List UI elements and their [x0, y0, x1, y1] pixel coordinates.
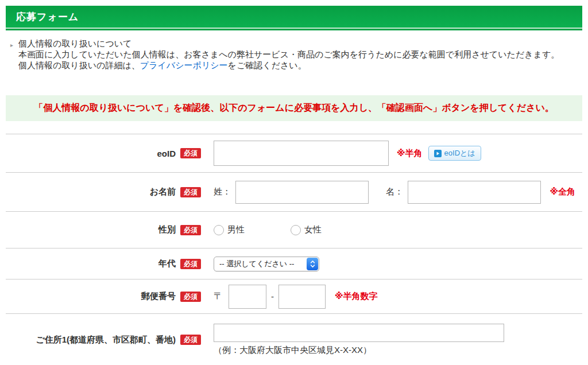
privacy-section: ▸ 個人情報の取り扱いについて 本画面に入力していただいた個人情報は、お客さまへ…	[6, 38, 582, 71]
eoid-help-label: eoIDとは	[444, 148, 475, 158]
eoid-label-cell: eoID 必須	[6, 148, 201, 158]
form-row-gender: 性別 必須 男性 女性	[6, 211, 582, 248]
eoid-help-button[interactable]: eoIDとは	[428, 146, 481, 161]
privacy-detail-after: をご確認ください。	[228, 60, 307, 70]
address-input-column: （例：大阪府大阪市中央区城見X-X-XX）	[214, 324, 504, 356]
form-row-postal: 郵便番号 必須 〒 - ※半角数字	[6, 279, 582, 313]
header-divider-green	[6, 29, 582, 30]
required-badge: 必須	[180, 292, 201, 302]
postal-mark-icon: 〒	[214, 290, 223, 302]
postal-code-input-2[interactable]	[278, 285, 326, 309]
address-example: （例：大阪府大阪市中央区城見X-X-XX）	[214, 345, 504, 356]
first-name-prefix: 名：	[386, 187, 403, 197]
privacy-detail-line: 個人情報の取り扱いの詳細は、プライバシーポリシーをご確認ください。	[18, 60, 582, 71]
name-label: お名前	[150, 187, 176, 197]
gender-content-cell: 男性 女性	[201, 224, 582, 235]
eoid-input[interactable]	[214, 141, 389, 166]
first-name-group: 名：	[386, 181, 541, 204]
instruction-notice: 「個人情報の取り扱いについて」を確認後、以下のフォームに必要事項を入力し、「確認…	[6, 95, 582, 121]
address-content-cell: （例：大阪府大阪市中央区城見X-X-XX）	[201, 324, 582, 356]
age-select-value: -- 選択してください --	[219, 259, 294, 269]
name-content-cell: 姓： 名： ※全角	[201, 181, 582, 204]
gender-male-option[interactable]: 男性	[214, 224, 245, 235]
first-name-input[interactable]	[408, 181, 541, 204]
name-label-cell: お名前 必須	[6, 187, 201, 197]
application-form: eoID 必須 ※半角 eoIDとは お名前 必須	[6, 134, 582, 365]
name-hint: ※全角	[550, 187, 575, 197]
eoid-hint: ※半角	[397, 148, 423, 159]
privacy-policy-link[interactable]: プライバシーポリシー	[140, 60, 228, 70]
last-name-prefix: 姓：	[214, 187, 231, 197]
postal-label: 郵便番号	[141, 291, 176, 302]
required-badge: 必須	[180, 148, 201, 158]
play-arrow-icon	[434, 150, 442, 157]
gender-female-option[interactable]: 女性	[291, 224, 322, 235]
instruction-notice-text: 「個人情報の取り扱いについて」を確認後、以下のフォームに必要事項を入力し、「確認…	[34, 103, 554, 112]
age-content-cell: -- 選択してください --	[201, 257, 582, 271]
gender-female-radio[interactable]	[291, 225, 301, 235]
last-name-group: 姓：	[214, 181, 369, 204]
postal-content-cell: 〒 - ※半角数字	[201, 285, 582, 309]
address-label: ご住所1(都道府県、市区郡町、番地)	[36, 335, 176, 345]
address-input[interactable]	[214, 324, 504, 342]
eoid-content-cell: ※半角 eoIDとは	[201, 141, 582, 166]
triangle-bullet-icon: ▸	[10, 40, 13, 51]
form-row-age: 年代 必須 -- 選択してください --	[6, 248, 582, 279]
form-row-name: お名前 必須 姓： 名： ※全角	[6, 172, 582, 211]
required-badge: 必須	[180, 335, 201, 345]
page-header: 応募フォーム	[6, 6, 582, 28]
form-row-address: ご住所1(都道府県、市区郡町、番地) 必須 （例：大阪府大阪市中央区城見X-X-…	[6, 313, 582, 365]
gender-male-radio[interactable]	[214, 225, 224, 235]
select-stepper-icon	[307, 258, 318, 270]
eoid-label: eoID	[157, 149, 176, 158]
postal-separator: -	[271, 292, 274, 301]
gender-label: 性別	[158, 224, 176, 235]
age-label: 年代	[158, 258, 176, 269]
age-select[interactable]: -- 選択してください --	[214, 257, 319, 271]
privacy-detail-before: 個人情報の取り扱いの詳細は、	[18, 60, 140, 70]
application-form-page: 応募フォーム ▸ 個人情報の取り扱いについて 本画面に入力していただいた個人情報…	[0, 0, 588, 365]
required-badge: 必須	[180, 225, 201, 235]
postal-label-cell: 郵便番号 必須	[6, 291, 201, 302]
address-label-cell: ご住所1(都道府県、市区郡町、番地) 必須	[6, 335, 201, 345]
required-badge: 必須	[180, 259, 201, 269]
gender-female-label: 女性	[304, 224, 322, 235]
privacy-body: 本画面に入力していただいた個人情報は、お客さまへの弊社サービス・商品のご案内を行…	[18, 49, 582, 60]
postal-code-input-1[interactable]	[229, 285, 266, 309]
required-badge: 必須	[180, 187, 201, 197]
privacy-heading: 個人情報の取り扱いについて	[18, 38, 582, 49]
gender-label-cell: 性別 必須	[6, 224, 201, 235]
page-title: 応募フォーム	[6, 10, 79, 24]
last-name-input[interactable]	[235, 181, 369, 204]
gender-male-label: 男性	[227, 224, 245, 235]
form-row-eoid: eoID 必須 ※半角 eoIDとは	[6, 134, 582, 172]
postal-hint: ※半角数字	[335, 291, 378, 302]
age-label-cell: 年代 必須	[6, 258, 201, 269]
